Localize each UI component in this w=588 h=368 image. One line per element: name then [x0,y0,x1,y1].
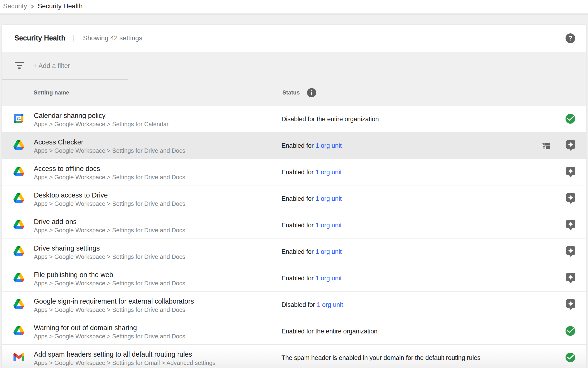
svg-text:?: ? [568,35,572,42]
svg-text:31: 31 [17,116,21,121]
